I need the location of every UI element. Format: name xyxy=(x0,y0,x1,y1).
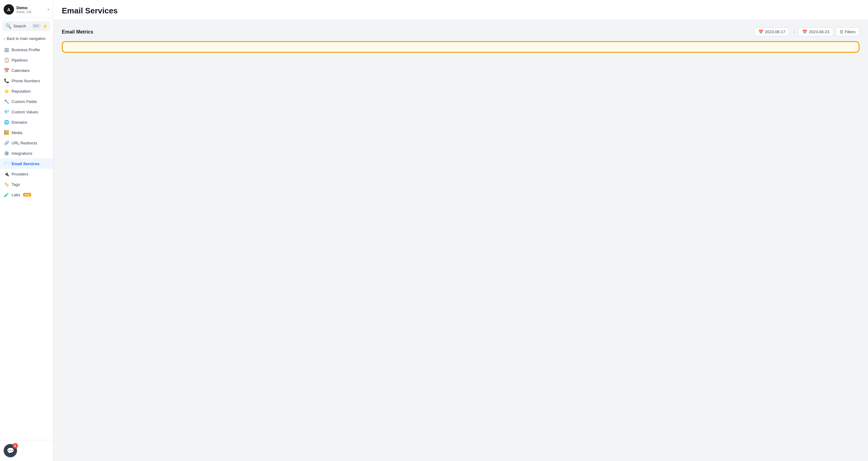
user-menu[interactable]: A Demo Irvine, CA ▾ xyxy=(0,0,53,18)
calendars-icon: 📅 xyxy=(4,68,9,73)
reputation-icon: ⭐ xyxy=(4,88,9,94)
email-services-icon: ✉️ xyxy=(4,161,9,166)
badge-new: new xyxy=(23,193,31,197)
back-to-main-nav[interactable]: ‹ Back to main navigation xyxy=(0,34,53,43)
filters-button[interactable]: ☰ Filters xyxy=(836,27,860,36)
sidebar-item-label-custom-fields: Custom Fields xyxy=(11,99,37,104)
metrics-title: Email Metrics xyxy=(62,29,93,35)
sidebar-item-tags[interactable]: 🏷️ Tags xyxy=(0,179,53,190)
user-name: Demo xyxy=(17,5,45,10)
metrics-wrapper-outer xyxy=(62,41,860,53)
sidebar: A Demo Irvine, CA ▾ 🔍 Search ⌘K ⚡ ‹ Back… xyxy=(0,0,53,461)
sidebar-item-integrations[interactable]: ⚙️ Integrations xyxy=(0,148,53,159)
content-area: Email Metrics 📅 2023-08-17 → 📅 2023-08-2… xyxy=(53,20,868,461)
metrics-grid-wrapper xyxy=(62,41,860,53)
back-arrow-icon: ‹ xyxy=(4,36,5,41)
sidebar-item-label-labs: Labs xyxy=(11,193,20,197)
page-title: Email Services xyxy=(62,6,860,16)
date-to-input[interactable]: 📅 2023-08-23 xyxy=(798,27,833,36)
main-content: Email Services Email Metrics 📅 2023-08-1… xyxy=(53,0,868,461)
user-info: Demo Irvine, CA xyxy=(17,5,45,14)
sidebar-item-calendars[interactable]: 📅 Calendars xyxy=(0,65,53,76)
sidebar-item-labs[interactable]: 🧪 Labs new xyxy=(0,190,53,200)
sidebar-item-label-pipelines: Pipelines xyxy=(11,58,28,62)
sidebar-item-label-tags: Tags xyxy=(11,182,20,187)
metrics-header: Email Metrics 📅 2023-08-17 → 📅 2023-08-2… xyxy=(62,27,860,36)
sidebar-footer: 💬 6 xyxy=(0,440,53,461)
sidebar-item-label-calendars: Calendars xyxy=(11,68,30,73)
sidebar-item-label-phone-numbers: Phone Numbers xyxy=(11,79,40,83)
search-shortcut: ⌘K xyxy=(32,24,40,28)
chat-badge: 6 xyxy=(12,443,18,449)
sidebar-item-label-business-profile: Business Profile xyxy=(11,48,40,52)
calendar-icon-2: 📅 xyxy=(802,30,807,34)
sidebar-item-providers[interactable]: 🔌 Providers xyxy=(0,169,53,179)
sidebar-item-email-services[interactable]: ✉️ Email Services xyxy=(0,159,53,169)
labs-icon: 🧪 xyxy=(4,192,9,197)
pipelines-icon: 📋 xyxy=(4,57,9,63)
integrations-icon: ⚙️ xyxy=(4,150,9,156)
sidebar-item-url-redirects[interactable]: 🔗 URL Redirects xyxy=(0,138,53,148)
sidebar-item-custom-values[interactable]: 💎 Custom Values xyxy=(0,107,53,117)
custom-fields-icon: 🔧 xyxy=(4,99,9,104)
search-icon: 🔍 xyxy=(5,23,11,29)
date-from-value: 2023-08-17 xyxy=(765,30,785,34)
chevron-down-icon: ▾ xyxy=(48,8,49,11)
domains-icon: 🌐 xyxy=(4,119,9,125)
avatar: A xyxy=(4,4,14,15)
sidebar-item-label-email-services: Email Services xyxy=(11,162,39,166)
sidebar-item-label-integrations: Integrations xyxy=(11,151,32,156)
calendar-icon: 📅 xyxy=(758,30,763,34)
sidebar-item-label-media: Media xyxy=(11,131,22,135)
sidebar-item-media[interactable]: 🖼️ Media xyxy=(0,127,53,138)
page-header: Email Services xyxy=(53,0,868,20)
sidebar-item-phone-numbers[interactable]: 📞 Phone Numbers xyxy=(0,76,53,86)
sidebar-item-label-domains: Domains xyxy=(11,120,27,125)
date-to-value: 2023-08-23 xyxy=(809,30,829,34)
sidebar-item-label-reputation: Reputation xyxy=(11,89,31,93)
sidebar-item-custom-fields[interactable]: 🔧 Custom Fields xyxy=(0,96,53,107)
url-redirects-icon: 🔗 xyxy=(4,140,9,146)
sidebar-item-label-providers: Providers xyxy=(11,172,28,176)
chat-button[interactable]: 💬 6 xyxy=(4,444,17,457)
providers-icon: 🔌 xyxy=(4,171,9,177)
sidebar-item-domains[interactable]: 🌐 Domains xyxy=(0,117,53,127)
sidebar-item-label-custom-values: Custom Values xyxy=(11,110,38,114)
filter-icon: ☰ xyxy=(840,30,843,34)
media-icon: 🖼️ xyxy=(4,130,9,135)
lightning-icon: ⚡ xyxy=(42,24,48,29)
back-nav-label: Back to main navigation xyxy=(7,36,45,41)
filters-label: Filters xyxy=(845,30,856,34)
search-bar[interactable]: 🔍 Search ⌘K ⚡ xyxy=(2,21,51,31)
custom-values-icon: 💎 xyxy=(4,109,9,115)
sidebar-item-label-url-redirects: URL Redirects xyxy=(11,141,37,145)
date-range-arrow-icon: → xyxy=(792,30,796,34)
date-from-input[interactable]: 📅 2023-08-17 xyxy=(754,27,789,36)
sidebar-item-business-profile[interactable]: 🏢 Business Profile xyxy=(0,45,53,55)
phone-numbers-icon: 📞 xyxy=(4,78,9,84)
date-filter: 📅 2023-08-17 → 📅 2023-08-23 ☰ Filters xyxy=(754,27,860,36)
business-profile-icon: 🏢 xyxy=(4,47,9,52)
user-location: Irvine, CA xyxy=(17,10,45,14)
chat-icon: 💬 xyxy=(7,447,14,454)
sidebar-nav: 🏢 Business Profile 📋 Pipelines 📅 Calenda… xyxy=(0,43,53,201)
sidebar-item-reputation[interactable]: ⭐ Reputation xyxy=(0,86,53,96)
search-label: Search xyxy=(13,24,30,28)
sidebar-item-pipelines[interactable]: 📋 Pipelines xyxy=(0,55,53,65)
tags-icon: 🏷️ xyxy=(4,181,9,187)
